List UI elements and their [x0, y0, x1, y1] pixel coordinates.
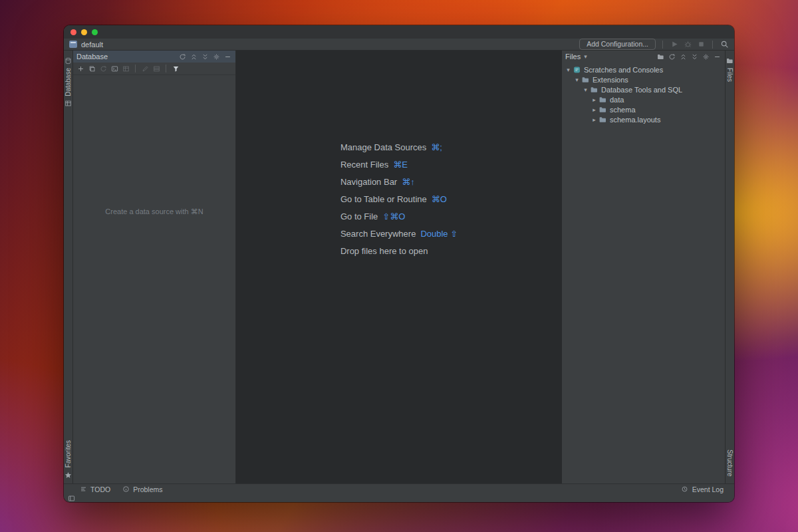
shortcut-row: Recent Files⌘E [340, 160, 458, 177]
titlebar [64, 25, 734, 39]
hide-icon[interactable] [223, 52, 232, 61]
pencil-icon[interactable] [140, 64, 150, 73]
clock-icon [680, 485, 690, 494]
chevron-right-icon[interactable]: ▸ [591, 116, 598, 123]
gear-icon[interactable] [211, 52, 221, 61]
folder-icon [598, 95, 607, 104]
zoom-button[interactable] [92, 29, 98, 35]
toolbar-separator [712, 41, 713, 49]
folder-icon [726, 56, 735, 65]
main-toolbar: default Add Configuration... [64, 39, 734, 51]
folder-icon[interactable] [656, 52, 665, 61]
console-icon[interactable] [110, 64, 119, 73]
files-tool-window: Files ▾ [562, 51, 725, 483]
chevron-down-icon[interactable]: ▾ [584, 53, 587, 60]
collapse-all-icon[interactable] [678, 52, 688, 61]
shortcut-keys: ⌘O [432, 194, 447, 204]
create-data-source-hint: Create a data source with ⌘N [73, 207, 235, 216]
status-event-log[interactable]: Event Log [680, 485, 724, 494]
shortcut-label: Go to Table or Routine [340, 194, 427, 204]
chevron-right-icon[interactable]: ▸ [591, 96, 598, 103]
search-icon[interactable] [720, 40, 729, 49]
sidebar-tab-structure[interactable]: Structure [726, 450, 733, 477]
shortcut-keys: ⌘; [431, 142, 442, 152]
table-icon[interactable] [64, 99, 73, 108]
filter-icon[interactable] [171, 64, 180, 73]
gear-icon[interactable] [701, 52, 710, 61]
sidebar-tab-database[interactable]: Database [65, 68, 72, 96]
chevron-down-icon[interactable]: ▾ [573, 76, 581, 83]
refresh-icon[interactable] [667, 52, 676, 61]
expand-all-icon[interactable] [690, 52, 699, 61]
status-event-log-label: Event Log [692, 485, 724, 493]
folder-icon [598, 115, 607, 124]
shortcut-label: Go to File [340, 211, 378, 221]
desktop-wallpaper: default Add Configuration... Database [0, 0, 798, 532]
toolbar-separator [135, 65, 136, 72]
debug-icon[interactable] [683, 40, 692, 49]
folder-icon [589, 85, 598, 94]
tree-item-extensions[interactable]: ▾ Extensions [562, 74, 725, 84]
tree-item-label: Extensions [593, 76, 628, 84]
tree-item-database-tools-and-sql[interactable]: ▾ Database Tools and SQL [562, 84, 725, 94]
minimize-button[interactable] [81, 29, 87, 35]
tree-item-scratches-and-consoles[interactable]: ▾ Scratches and Consoles [562, 65, 725, 74]
tree-item-label: Database Tools and SQL [601, 86, 682, 94]
editor-area[interactable]: Manage Data Sources⌘; Recent Files⌘E Nav… [236, 51, 562, 483]
grid-icon[interactable] [121, 64, 130, 73]
files-tree: ▾ Scratches and Consoles ▾ Extensions ▾ [562, 63, 725, 124]
copy-icon[interactable] [87, 64, 96, 73]
play-icon[interactable] [670, 40, 679, 49]
sidebar-tab-files[interactable]: Files [726, 68, 733, 82]
files-panel-title[interactable]: Files [565, 53, 581, 61]
shortcut-label: Recent Files [340, 160, 388, 170]
main-area: Database Favorites Database [64, 51, 734, 483]
hide-icon[interactable] [712, 52, 722, 61]
chevron-down-icon[interactable]: ▾ [565, 66, 572, 73]
add-configuration-button[interactable]: Add Configuration... [579, 39, 656, 50]
tree-item-schema[interactable]: ▸ schema [562, 104, 725, 114]
status-problems-label: Problems [133, 485, 162, 493]
status-problems[interactable]: Problems [121, 485, 162, 494]
chevron-down-icon[interactable]: ▾ [582, 86, 589, 93]
status-bar: TODO Problems Event Log [64, 483, 734, 494]
shortcut-row: Go to Table or Routine⌘O [340, 194, 458, 211]
shortcut-row: Go to File⇧⌘O [340, 211, 458, 229]
tree-item-label: data [610, 96, 624, 104]
chevron-right-icon[interactable]: ▸ [591, 106, 598, 113]
database-panel-toolbar [73, 63, 235, 75]
tree-item-data[interactable]: ▸ data [562, 94, 725, 104]
folder-icon [598, 105, 607, 114]
database-panel-header: Database [73, 51, 235, 63]
plus-icon[interactable] [76, 64, 85, 73]
collapse-all-icon[interactable] [189, 52, 198, 61]
tree-item-schema-layouts[interactable]: ▸ schema.layouts [562, 114, 725, 124]
database-panel-title: Database [76, 53, 108, 61]
shortcut-keys: ⌘E [393, 160, 408, 170]
shortcut-label: Navigation Bar [340, 177, 397, 187]
expand-all-icon[interactable] [200, 52, 209, 61]
sidebar-tab-favorites[interactable]: Favorites [65, 440, 72, 467]
project-icon [69, 41, 77, 48]
shortcut-row: Manage Data Sources⌘; [340, 142, 458, 160]
table-icon[interactable] [152, 64, 161, 73]
left-tool-strip: Database Favorites [64, 51, 73, 483]
bottom-edge [64, 494, 734, 502]
shortcut-label: Search Everywhere [340, 229, 416, 239]
status-todo[interactable]: TODO [78, 485, 110, 494]
app-window: default Add Configuration... Database [64, 25, 734, 502]
star-icon [64, 470, 73, 479]
toolbar-separator [662, 41, 663, 49]
database-icon[interactable] [64, 56, 73, 65]
database-tool-window: Database [73, 51, 236, 483]
stop-icon[interactable] [696, 40, 706, 49]
shortcut-keys: ⇧⌘O [382, 211, 405, 221]
shortcut-row: Drop files here to open [340, 246, 458, 263]
info-icon [121, 485, 130, 494]
layout-toggle-icon[interactable] [66, 493, 76, 502]
refresh-icon[interactable] [178, 52, 187, 61]
close-button[interactable] [70, 29, 76, 35]
refresh-icon[interactable] [98, 64, 108, 73]
todo-list-icon [78, 485, 88, 494]
traffic-lights [70, 29, 98, 35]
